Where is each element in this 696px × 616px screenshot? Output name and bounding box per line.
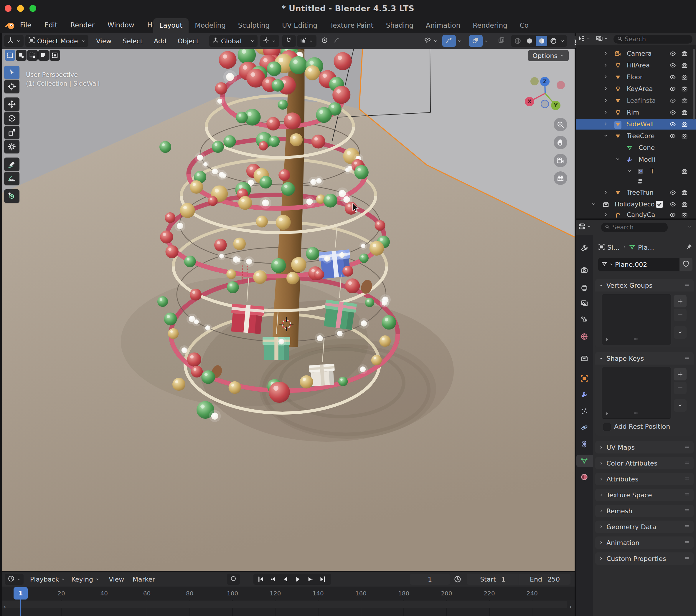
vertex-groups-list[interactable] [602, 294, 671, 344]
select-mode-select-subtract[interactable] [38, 50, 49, 61]
viewport-menu-object[interactable]: Object [178, 37, 199, 45]
tool-add-cube-button[interactable] [4, 189, 19, 203]
datablock-name-field[interactable]: Plane.002 [598, 258, 680, 271]
gizmo-axis-neg-x[interactable] [557, 81, 565, 89]
disable-in-renders-camera-icon[interactable] [681, 133, 688, 141]
add-rest-position-checkbox[interactable] [603, 423, 611, 431]
grip-icon[interactable] [684, 281, 690, 289]
outliner-row-sidewall[interactable]: SideWall [576, 119, 696, 130]
chevron-down-icon[interactable] [687, 224, 692, 230]
panel-header-custom-properties[interactable]: Custom Properties [595, 552, 694, 565]
panel-header-animation[interactable]: Animation [595, 536, 694, 549]
outliner-row-cone[interactable]: Cone [576, 143, 696, 153]
disable-in-renders-camera-icon[interactable] [681, 212, 688, 218]
timeline-ruler[interactable]: 20406080100120140160180200220240 [2, 586, 574, 600]
shading-rendered-button[interactable] [548, 37, 559, 45]
disable-in-renders-camera-icon[interactable] [681, 86, 688, 93]
timeline-tracks[interactable] [2, 600, 574, 616]
chevron-right-icon[interactable] [603, 110, 608, 116]
panel-header-uv-maps[interactable]: UV Maps [595, 441, 694, 453]
zoom-view-button[interactable] [554, 118, 567, 131]
workspace-tab-co[interactable]: Co [513, 18, 535, 33]
show-overlays-toggle[interactable] [469, 35, 483, 47]
collection-checkbox[interactable] [656, 201, 663, 208]
panel-header-vertex-groups[interactable]: Vertex Groups [595, 279, 694, 292]
outliner-scrollbar[interactable] [693, 49, 695, 119]
disable-in-renders-camera-icon[interactable] [681, 168, 688, 176]
hide-in-viewport-eye-icon[interactable] [669, 212, 676, 218]
add-vertex-group-button[interactable] [674, 295, 686, 307]
select-mode-select-set[interactable] [5, 50, 15, 61]
overlays-options-dropdown[interactable] [483, 35, 491, 47]
hide-in-viewport-eye-icon[interactable] [669, 201, 676, 209]
start-frame-field[interactable]: Start 1 [467, 573, 519, 585]
workspace-tab-uv-editing[interactable]: UV Editing [276, 18, 323, 33]
shading-material-preview-button[interactable] [536, 36, 547, 46]
properties-tab-output[interactable] [581, 284, 588, 293]
mode-dropdown[interactable]: Object Mode [25, 35, 89, 47]
stopwatch-icon[interactable] [454, 576, 461, 584]
grip-icon[interactable] [684, 555, 690, 563]
shading-solid-button[interactable] [524, 37, 535, 45]
disable-in-renders-camera-icon[interactable] [681, 74, 688, 82]
disable-in-renders-camera-icon[interactable] [681, 189, 688, 197]
list-resize-grip-icon[interactable] [633, 410, 638, 417]
outliner-row-leafinsta[interactable]: LeafInsta [576, 95, 696, 106]
viewport-menu-view[interactable]: View [96, 37, 111, 45]
vertex-group-specials-menu[interactable] [674, 326, 686, 339]
list-expand-icon[interactable] [605, 337, 610, 343]
transform-orientation-dropdown[interactable]: Global [209, 35, 257, 47]
shading-wireframe-button[interactable] [512, 37, 523, 45]
pin-icon[interactable] [686, 244, 693, 252]
pan-view-button[interactable] [554, 136, 567, 149]
hide-in-viewport-eye-icon[interactable] [669, 97, 676, 105]
editor-type-3d-viewport-button[interactable] [4, 35, 23, 47]
properties-editor-type-button[interactable] [578, 223, 591, 231]
tool-annotate-button[interactable] [4, 158, 19, 171]
properties-tab-constraints[interactable] [581, 440, 588, 449]
grip-icon[interactable] [684, 443, 690, 451]
prev-keyframe-button[interactable] [267, 573, 279, 585]
outliner-search-input[interactable]: Search [614, 35, 693, 44]
tool-transform-button[interactable] [4, 140, 19, 153]
panel-header-geometry-data[interactable]: Geometry Data [595, 521, 694, 533]
chevron-right-icon[interactable] [603, 86, 608, 93]
list-resize-grip-icon[interactable] [633, 336, 638, 343]
disable-in-renders-camera-icon[interactable] [681, 109, 688, 117]
tool-rotate-button[interactable] [4, 112, 19, 125]
tool-scale-button[interactable] [4, 126, 19, 139]
playhead-line[interactable] [20, 600, 21, 616]
properties-tab-collection[interactable] [581, 355, 588, 363]
grip-icon[interactable] [684, 491, 690, 499]
menu-render[interactable]: Render [70, 19, 95, 31]
properties-tab-object[interactable] [581, 375, 588, 383]
navigation-gizmo[interactable]: Z X Y [520, 68, 570, 118]
grip-icon[interactable] [684, 507, 690, 515]
list-expand-icon[interactable] [605, 411, 610, 417]
properties-tab-world[interactable] [581, 333, 588, 342]
hide-in-viewport-eye-icon[interactable] [669, 109, 676, 117]
panel-header-remesh[interactable]: Remesh [595, 505, 694, 517]
outliner-row-treetrun[interactable]: TreeTrun [576, 187, 696, 198]
tool-measure-button[interactable] [4, 172, 19, 185]
properties-tab-view-layer[interactable] [581, 299, 588, 308]
panel-header-shape-keys[interactable]: Shape Keys [595, 352, 694, 364]
menu-window[interactable]: Window [107, 19, 135, 31]
shading-options-dropdown[interactable] [559, 39, 566, 43]
disable-in-renders-camera-icon[interactable] [681, 201, 688, 209]
disable-in-renders-camera-icon[interactable] [681, 50, 688, 58]
properties-tab-scene[interactable] [581, 315, 588, 324]
chevron-right-icon[interactable] [603, 190, 608, 196]
add-shape-key-button[interactable] [674, 368, 686, 380]
shape-keys-list[interactable] [602, 368, 671, 419]
hide-in-viewport-eye-icon[interactable] [669, 133, 676, 141]
outliner-display-mode-dropdown[interactable] [578, 35, 590, 43]
properties-tab-tool[interactable] [581, 244, 588, 253]
fake-user-shield-button[interactable] [680, 258, 693, 271]
workspace-tab-animation[interactable]: Animation [420, 18, 466, 33]
outliner-row-camera[interactable]: Camera [576, 48, 696, 59]
hide-in-viewport-eye-icon[interactable] [669, 189, 676, 197]
hide-in-viewport-eye-icon[interactable] [669, 50, 676, 58]
chevron-right-icon[interactable] [603, 121, 608, 128]
outliner-row-candyca[interactable]: CandyCa [576, 210, 696, 218]
